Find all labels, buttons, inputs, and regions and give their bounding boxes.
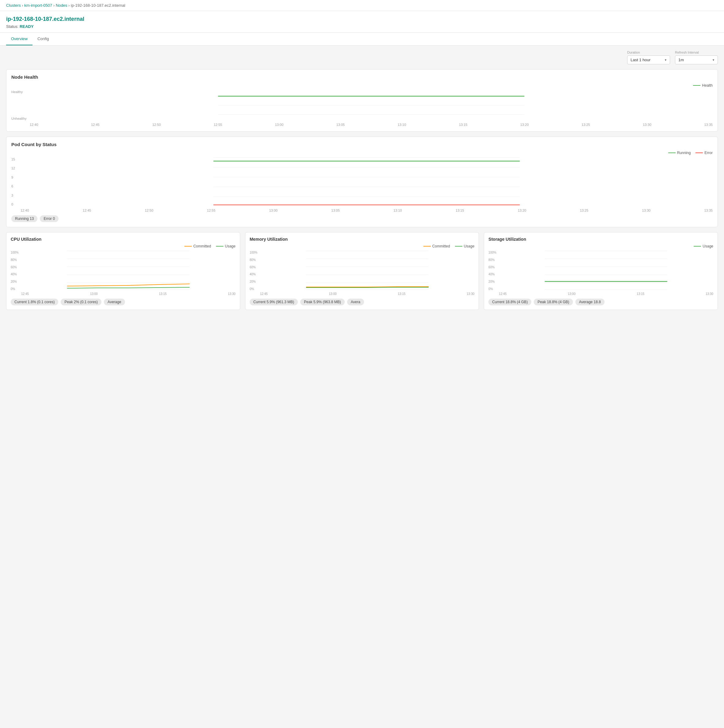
- badge-storage-peak: Peak 18.8% (4 GB): [534, 298, 572, 305]
- node-health-card: Node Health Health Healthy Unhealthy: [6, 69, 718, 132]
- duration-select[interactable]: Last 1 hour Last 3 hours Last 6 hours La…: [627, 55, 670, 64]
- legend-error-line: [695, 153, 703, 153]
- pod-count-badges: Running 13 Error 0: [11, 215, 713, 222]
- node-health-legend: Health: [11, 83, 713, 87]
- legend-health-line: [693, 85, 700, 86]
- legend-running-label: Running: [677, 151, 691, 155]
- duration-group: Duration Last 1 hour Last 3 hours Last 6…: [627, 50, 670, 64]
- node-health-title: Node Health: [11, 75, 713, 80]
- badge-mem-peak: Peak 5.9% (963.8 MB): [300, 298, 345, 305]
- legend-cpu-usage: Usage: [216, 244, 236, 248]
- refresh-select[interactable]: Off 1m 5m 10m 30m: [675, 55, 718, 64]
- storage-card: Storage Utilization Usage 100% 80% 60% 4…: [484, 232, 718, 310]
- duration-label: Duration: [627, 50, 670, 54]
- storage-legend: Usage: [488, 244, 713, 248]
- node-health-y-labels: Healthy Unhealthy: [11, 90, 30, 127]
- pod-count-x-labels: 12:40 12:45 12:50 12:55 13:00 13:05 13:1…: [20, 209, 713, 212]
- breadcrumb-cluster[interactable]: km-import-0507: [24, 3, 52, 8]
- legend-mem-committed: Committed: [423, 244, 450, 248]
- cpu-legend: Committed Usage: [11, 244, 236, 248]
- memory-card: Memory Utilization Committed Usage 100% …: [245, 232, 479, 310]
- legend-error: Error: [695, 151, 713, 155]
- breadcrumb: Clusters › km-import-0507 › Nodes › ip-1…: [0, 0, 724, 11]
- legend-storage-usage: Usage: [694, 244, 713, 248]
- legend-error-label: Error: [704, 151, 713, 155]
- breadcrumb-current: ip-192-168-10-187.ec2.internal: [71, 3, 125, 8]
- pod-count-svg: [20, 158, 713, 206]
- storage-svg-container: 12:45 13:00 13:15 13:30: [499, 251, 713, 295]
- cpu-chart-area: 100% 80% 60% 40% 20% 0%: [11, 251, 236, 295]
- memory-y-labels: 100% 80% 60% 40% 20% 0%: [250, 251, 260, 295]
- memory-svg-container: 12:45 13:00 13:15 13:30: [260, 251, 475, 295]
- pod-count-legend: Running Error: [11, 151, 713, 155]
- storage-badges: Current 18.8% (4 GB) Peak 18.8% (4 GB) A…: [488, 298, 713, 305]
- cpu-y-labels: 100% 80% 60% 40% 20% 0%: [11, 251, 21, 295]
- badge-cpu-peak: Peak 2% (0.1 cores): [61, 298, 101, 305]
- memory-x-labels: 12:45 13:00 13:15 13:30: [260, 292, 475, 295]
- legend-health-label: Health: [702, 83, 713, 87]
- legend-cpu-usage-line: [216, 246, 223, 246]
- storage-chart-area: 100% 80% 60% 40% 20% 0%: [488, 251, 713, 295]
- legend-running-line: [668, 153, 676, 153]
- badge-cpu-current: Current 1.8% (0.1 cores): [11, 298, 58, 305]
- legend-cpu-committed: Committed: [184, 244, 211, 248]
- legend-mem-usage-line: [455, 246, 462, 246]
- memory-badges: Current 5.9% (961.3 MB) Peak 5.9% (963.8…: [250, 298, 475, 305]
- pod-count-card: Pod Count by Status Running Error 15 12 …: [6, 137, 718, 227]
- legend-mem-usage: Usage: [455, 244, 475, 248]
- tab-config[interactable]: Config: [32, 33, 54, 45]
- breadcrumb-nodes[interactable]: Nodes: [56, 3, 67, 8]
- legend-storage-usage-label: Usage: [703, 244, 713, 248]
- page-header: ip-192-168-10-187.ec2.internal Status: R…: [0, 11, 724, 33]
- memory-svg: [260, 251, 475, 291]
- cpu-svg-container: 12:45 13:00 13:15 13:30: [21, 251, 236, 295]
- cpu-x-labels: 12:45 13:00 13:15 13:30: [21, 292, 236, 295]
- storage-y-labels: 100% 80% 60% 40% 20% 0%: [488, 251, 499, 295]
- legend-cpu-committed-line: [184, 246, 192, 246]
- main-content: Duration Last 1 hour Last 3 hours Last 6…: [0, 46, 724, 315]
- refresh-label: Refresh Interval: [675, 50, 718, 54]
- legend-storage-usage-line: [694, 246, 701, 246]
- memory-chart-area: 100% 80% 60% 40% 20% 0%: [250, 251, 475, 295]
- node-health-svg-container: 12:40 12:45 12:50 12:55 13:00 13:05 13:1…: [30, 90, 713, 127]
- utilization-row: CPU Utilization Committed Usage 100% 80%…: [6, 232, 718, 310]
- badge-mem-current: Current 5.9% (961.3 MB): [250, 298, 298, 305]
- tabs-bar: Overview Config: [0, 33, 724, 46]
- tab-overview[interactable]: Overview: [6, 33, 32, 45]
- badge-mem-average: Avera: [347, 298, 364, 305]
- duration-wrapper: Last 1 hour Last 3 hours Last 6 hours La…: [627, 55, 670, 64]
- refresh-group: Refresh Interval Off 1m 5m 10m 30m: [675, 50, 718, 64]
- refresh-wrapper: Off 1m 5m 10m 30m: [675, 55, 718, 64]
- badge-running: Running 13: [11, 215, 37, 222]
- cpu-title: CPU Utilization: [11, 237, 236, 242]
- storage-svg: [499, 251, 713, 291]
- cpu-svg: [21, 251, 236, 291]
- legend-mem-committed-label: Committed: [432, 244, 450, 248]
- badge-cpu-average: Average: [104, 298, 125, 305]
- legend-mem-committed-line: [423, 246, 431, 246]
- pod-count-title: Pod Count by Status: [11, 142, 713, 147]
- pod-count-svg-container: 12:40 12:45 12:50 12:55 13:00 13:05 13:1…: [20, 158, 713, 212]
- badge-error: Error 0: [40, 215, 58, 222]
- cpu-badges: Current 1.8% (0.1 cores) Peak 2% (0.1 co…: [11, 298, 236, 305]
- status-line: Status: READY: [6, 24, 718, 29]
- cpu-card: CPU Utilization Committed Usage 100% 80%…: [6, 232, 240, 310]
- pod-count-y-labels: 15 12 9 6 3 0: [11, 158, 20, 212]
- legend-health: Health: [693, 83, 713, 87]
- legend-cpu-committed-label: Committed: [193, 244, 211, 248]
- memory-legend: Committed Usage: [250, 244, 475, 248]
- legend-running: Running: [668, 151, 691, 155]
- node-health-chart-area: Healthy Unhealthy 12:40 12:45 12:50: [11, 90, 713, 127]
- badge-storage-current: Current 18.8% (4 GB): [488, 298, 531, 305]
- controls-row: Duration Last 1 hour Last 3 hours Last 6…: [6, 50, 718, 64]
- breadcrumb-clusters[interactable]: Clusters: [6, 3, 21, 8]
- legend-cpu-usage-label: Usage: [225, 244, 236, 248]
- page-title: ip-192-168-10-187.ec2.internal: [6, 16, 718, 22]
- badge-storage-average: Average 18.8: [576, 298, 605, 305]
- status-badge: READY: [20, 24, 34, 29]
- status-label: Status:: [6, 24, 18, 29]
- legend-mem-usage-label: Usage: [464, 244, 475, 248]
- storage-x-labels: 12:45 13:00 13:15 13:30: [499, 292, 713, 295]
- node-health-x-labels: 12:40 12:45 12:50 12:55 13:00 13:05 13:1…: [30, 123, 713, 127]
- node-health-svg: [30, 90, 713, 121]
